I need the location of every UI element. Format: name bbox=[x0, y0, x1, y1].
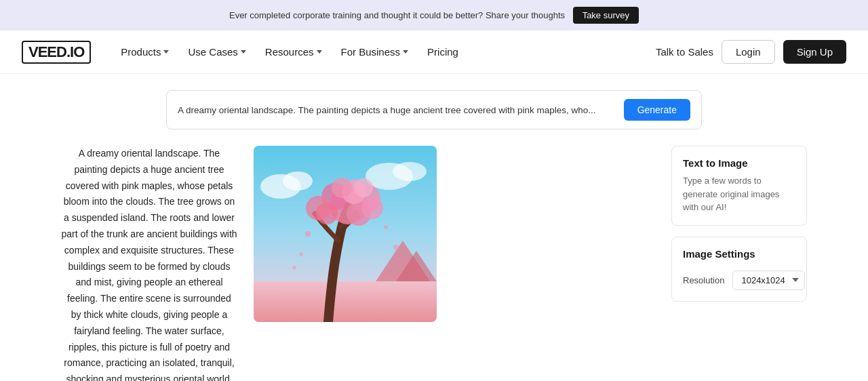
chevron-down-icon bbox=[403, 50, 408, 54]
chevron-down-icon bbox=[163, 50, 169, 54]
take-survey-button[interactable]: Take survey bbox=[573, 7, 639, 24]
image-container: VEED.IO bbox=[254, 146, 655, 381]
svg-point-25 bbox=[292, 266, 296, 270]
text-to-image-card: Text to Image Type a few words to genera… bbox=[671, 146, 807, 226]
svg-point-20 bbox=[354, 178, 373, 197]
login-button[interactable]: Login bbox=[722, 40, 775, 64]
chevron-down-icon bbox=[241, 50, 246, 54]
svg-point-21 bbox=[305, 231, 311, 237]
prompt-input[interactable] bbox=[178, 105, 616, 115]
generate-button[interactable]: Generate bbox=[624, 99, 690, 121]
generated-image: VEED.IO bbox=[254, 146, 437, 322]
nav-links: Products Use Cases Resources For Busines… bbox=[113, 41, 656, 63]
content-area: A dreamy oriental landscape. The paintin… bbox=[61, 146, 807, 381]
main-content: Generate A dreamy oriental landscape. Th… bbox=[0, 74, 868, 381]
svg-point-23 bbox=[299, 252, 303, 256]
resolution-select[interactable]: 512x512 768x768 1024x1024 1280x1280 bbox=[732, 270, 805, 290]
tree-illustration bbox=[254, 146, 437, 322]
svg-point-5 bbox=[283, 172, 313, 190]
svg-point-17 bbox=[316, 203, 338, 224]
svg-rect-8 bbox=[254, 281, 437, 322]
top-banner: Ever completed corporate training and th… bbox=[0, 0, 868, 31]
svg-point-22 bbox=[384, 225, 388, 229]
talk-to-sales-link[interactable]: Talk to Sales bbox=[656, 46, 713, 58]
chevron-down-icon bbox=[317, 50, 322, 54]
logo[interactable]: VEED.IO bbox=[22, 41, 91, 64]
nav-for-business[interactable]: For Business bbox=[333, 41, 417, 63]
resolution-row: Resolution 512x512 768x768 1024x1024 128… bbox=[683, 270, 795, 290]
right-panel: Text to Image Type a few words to genera… bbox=[671, 146, 807, 381]
left-panel: A dreamy oriental landscape. The paintin… bbox=[61, 146, 237, 381]
resolution-label: Resolution bbox=[683, 275, 724, 285]
svg-point-24 bbox=[393, 245, 399, 250]
description-text: A dreamy oriental landscape. The paintin… bbox=[61, 146, 237, 381]
banner-text: Ever completed corporate training and th… bbox=[229, 10, 565, 20]
nav-actions: Talk to Sales Login Sign Up bbox=[656, 40, 846, 64]
svg-point-19 bbox=[332, 178, 352, 198]
svg-point-7 bbox=[393, 162, 427, 181]
nav-resources[interactable]: Resources bbox=[257, 41, 330, 63]
nav-use-cases[interactable]: Use Cases bbox=[180, 41, 254, 63]
text-to-image-desc: Type a few words to generate original im… bbox=[683, 174, 795, 214]
nav-products[interactable]: Products bbox=[113, 41, 177, 63]
image-settings-card: Image Settings Resolution 512x512 768x76… bbox=[671, 237, 807, 302]
nav-pricing[interactable]: Pricing bbox=[419, 41, 467, 63]
signup-button[interactable]: Sign Up bbox=[783, 40, 846, 64]
text-to-image-title: Text to Image bbox=[683, 157, 795, 169]
image-settings-title: Image Settings bbox=[683, 248, 795, 260]
prompt-bar: Generate bbox=[166, 90, 702, 129]
navbar: VEED.IO Products Use Cases Resources For… bbox=[0, 31, 868, 74]
svg-point-16 bbox=[361, 197, 383, 219]
